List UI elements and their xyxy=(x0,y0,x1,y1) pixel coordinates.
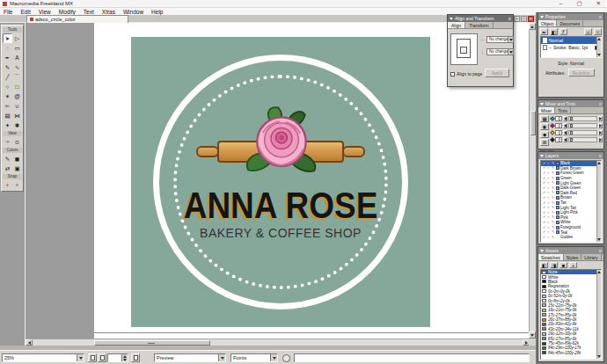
align-preview-box[interactable] xyxy=(450,33,478,65)
subselect-tool-icon[interactable]: ▷ xyxy=(12,33,22,43)
assets-panel-header[interactable]: Assets ≡ xyxy=(538,247,603,254)
view-section-header[interactable]: View xyxy=(3,131,22,136)
object-list-row[interactable]: − Stroke: Basic, 1pt xyxy=(541,44,601,51)
layer-color-chip[interactable] xyxy=(556,186,559,190)
layer-visible-check-icon[interactable]: ✓ xyxy=(543,236,546,239)
graphic-hose-tool-icon[interactable]: ✱ xyxy=(12,120,22,130)
layer-keyline-icon[interactable]: ○ xyxy=(547,236,551,239)
rectangle-tool-icon[interactable]: □ xyxy=(12,82,22,91)
dropdown-arrow-icon[interactable] xyxy=(218,354,225,361)
stroke-swatch-icon[interactable]: ◨ xyxy=(550,262,558,268)
arc-tool-icon[interactable]: ⌒ xyxy=(12,72,22,82)
layer-keyline-icon[interactable]: ○ xyxy=(547,215,551,219)
units-select[interactable]: Points xyxy=(230,353,278,362)
vertical-scrollbar[interactable] xyxy=(529,23,536,339)
scroll-up-icon[interactable] xyxy=(529,23,536,30)
layer-lock-icon[interactable]: ✎ xyxy=(552,177,555,180)
menu-item[interactable]: Help xyxy=(151,9,163,15)
layer-color-chip[interactable] xyxy=(556,171,559,175)
layer-color-chip[interactable] xyxy=(556,211,559,215)
spiral-tool-icon[interactable]: @ xyxy=(12,91,22,101)
layer-visible-check-icon[interactable]: ✓ xyxy=(543,215,546,219)
duplicate-item-icon[interactable]: ▣ xyxy=(584,28,592,35)
spinner-arrows[interactable] xyxy=(121,354,128,361)
layer-color-chip[interactable] xyxy=(556,201,559,205)
layer-keyline-icon[interactable]: ○ xyxy=(547,201,551,205)
tab-transform[interactable]: Transform xyxy=(465,22,494,28)
tab-mixer[interactable]: Mixer xyxy=(538,107,555,113)
document-tab[interactable]: adsco_circle_color xyxy=(26,15,128,23)
layer-keyline-icon[interactable]: ○ xyxy=(547,186,551,190)
layer-visible-check-icon[interactable]: ✓ xyxy=(543,171,546,175)
swap-colors-icon[interactable]: ⇄ xyxy=(3,164,12,173)
dropdown-arrow-icon[interactable] xyxy=(77,354,84,361)
add-fill-icon[interactable]: ◧ xyxy=(550,28,558,35)
scroll-down-icon[interactable] xyxy=(597,355,601,358)
layer-color-chip[interactable] xyxy=(556,196,559,200)
mixer-panel-header[interactable]: Mixer and Tints ≡ xyxy=(538,100,603,107)
mirror-tool-icon[interactable]: ⋈ xyxy=(12,111,22,120)
align-panel-title-bar[interactable]: Align and Transform ≡ xyxy=(448,15,513,22)
slider-increase-icon[interactable] xyxy=(598,130,603,135)
layer-lock-icon[interactable]: ✎ xyxy=(552,196,555,200)
apply-button[interactable]: Apply xyxy=(485,69,509,77)
pointer-tool-icon[interactable]: ➤ xyxy=(3,33,12,43)
maximize-icon[interactable]: ▢ xyxy=(576,0,581,7)
collapse-panel-icon[interactable] xyxy=(540,155,544,157)
dropdown-arrow-icon[interactable] xyxy=(508,37,513,42)
panel-menu-icon[interactable]: ≡ xyxy=(599,153,602,158)
tab-library[interactable]: Library xyxy=(581,254,601,260)
layer-lock-icon[interactable]: ✎ xyxy=(552,201,555,205)
slider-thumb[interactable] xyxy=(570,117,573,120)
object-list-row[interactable]: Normal xyxy=(541,37,601,44)
layer-keyline-icon[interactable]: ○ xyxy=(547,211,551,215)
close-icon[interactable]: ✕ xyxy=(596,0,601,7)
channel-value-input[interactable]: 0 xyxy=(555,137,562,142)
knife-tool-icon[interactable]: ✂ xyxy=(3,101,12,111)
layer-visible-check-icon[interactable]: ✓ xyxy=(543,181,546,185)
layer-keyline-icon[interactable]: ○ xyxy=(547,171,551,175)
panel-menu-icon[interactable]: ≡ xyxy=(599,14,602,19)
layer-keyline-icon[interactable]: ○ xyxy=(547,221,551,224)
previous-page-button[interactable] xyxy=(98,353,106,362)
first-page-button[interactable] xyxy=(88,353,97,362)
layer-visible-check-icon[interactable]: ✓ xyxy=(543,177,546,180)
eyedropper-tool-icon[interactable]: ✦ xyxy=(3,120,12,130)
layer-visible-check-icon[interactable]: ✓ xyxy=(543,206,546,209)
layer-color-chip[interactable] xyxy=(556,166,559,170)
default-colors-icon[interactable]: ▣ xyxy=(12,164,22,173)
layer-visible-check-icon[interactable]: ✓ xyxy=(543,230,546,234)
colors-section-header[interactable]: Colors xyxy=(3,148,22,153)
swatches-scrollbar[interactable] xyxy=(596,270,601,359)
collapse-panel-icon[interactable] xyxy=(540,16,544,18)
pencil-tool-icon[interactable]: ✎ xyxy=(3,62,12,72)
tab-align[interactable]: Align xyxy=(448,22,465,28)
polygon-tool-icon[interactable]: ✶ xyxy=(3,91,12,101)
layer-lock-icon[interactable]: ✎ xyxy=(552,236,555,239)
logo-title-text[interactable]: ANNA ROSE xyxy=(131,185,430,227)
menu-item[interactable]: Modify xyxy=(59,9,76,15)
layer-row[interactable]: ✓ ○ ✎ Guides ✎ xyxy=(541,235,601,240)
layer-lock-icon[interactable]: ✎ xyxy=(552,191,555,194)
scroll-down-icon[interactable] xyxy=(597,54,601,56)
layers-panel-header[interactable]: Layers ≡ xyxy=(538,152,603,159)
redefine-button[interactable]: Redefine xyxy=(568,69,595,76)
scroll-up-icon[interactable] xyxy=(597,271,601,273)
layer-lock-icon[interactable]: ✎ xyxy=(552,221,555,224)
document-minimize-icon[interactable]: – xyxy=(514,16,520,22)
menu-item[interactable]: Text xyxy=(84,9,94,15)
hls-mode-icon[interactable]: ◆ xyxy=(540,131,549,138)
layer-color-chip[interactable] xyxy=(556,177,559,180)
scroll-up-icon[interactable] xyxy=(597,38,601,40)
layer-color-chip[interactable] xyxy=(556,162,559,165)
layer-lock-icon[interactable]: ✎ xyxy=(552,171,555,175)
text-tool-icon[interactable]: A xyxy=(12,53,22,62)
slider-decrease-icon[interactable] xyxy=(563,130,567,135)
layer-color-chip[interactable] xyxy=(556,181,559,185)
menu-item[interactable]: View xyxy=(39,9,51,15)
snap-to-point-icon[interactable]: + xyxy=(3,180,12,190)
tab-styles[interactable]: Styles xyxy=(564,254,582,260)
page-number-spinner[interactable] xyxy=(107,353,128,362)
layer-keyline-icon[interactable]: ○ xyxy=(547,196,551,200)
add-swatch-icon[interactable]: + xyxy=(569,262,577,268)
